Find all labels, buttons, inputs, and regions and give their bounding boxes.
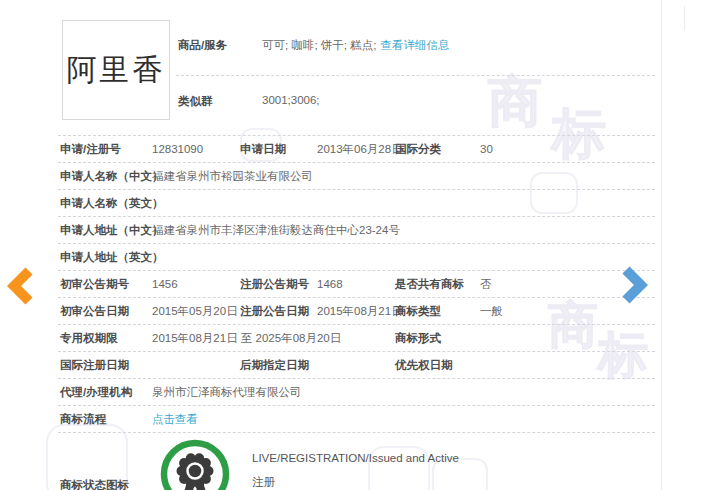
table-row: 申请人地址（英文） bbox=[58, 244, 655, 271]
field-label: 国际注册日期 bbox=[60, 352, 152, 378]
field-value: 2015年08月21日 bbox=[317, 298, 395, 324]
divider bbox=[176, 75, 655, 76]
field-label: 专用权期限 bbox=[60, 325, 152, 351]
field-value: 2013年06月28日 bbox=[317, 136, 395, 162]
field-label: 申请日期 bbox=[240, 136, 317, 162]
field-value: 泉州市汇泽商标代理有限公司 bbox=[152, 379, 655, 405]
chevron-right-icon bbox=[626, 270, 641, 300]
field-label: 申请人名称（英文） bbox=[60, 190, 152, 216]
field-value bbox=[317, 352, 395, 378]
trademark-image: 阿里香 bbox=[62, 20, 170, 120]
status-line-cn: 注册 bbox=[252, 470, 459, 490]
table-row: 申请人名称（英文） bbox=[58, 190, 655, 217]
field-value bbox=[152, 352, 240, 378]
field-label: 申请人名称（中文） bbox=[60, 163, 152, 189]
field-label: 代理/办理机构 bbox=[60, 379, 152, 405]
trademark-detail-panel: 阿里香 商品/服务 可可; 咖啡; 饼干; 糕点; 查看详细信息 类似群 300… bbox=[55, 0, 662, 490]
table-row: 申请人名称（中文） 福建省泉州市裕园茶业有限公司 bbox=[58, 163, 655, 190]
field-label: 申请/注册号 bbox=[60, 136, 152, 162]
field-value: 12831090 bbox=[152, 136, 240, 162]
next-page-button[interactable] bbox=[622, 266, 648, 304]
field-value: 1468 bbox=[317, 271, 395, 297]
view-details-link[interactable]: 查看详细信息 bbox=[380, 38, 449, 53]
field-value bbox=[472, 325, 655, 351]
field-value bbox=[152, 190, 655, 216]
prev-page-button[interactable] bbox=[7, 267, 33, 305]
field-value bbox=[472, 352, 655, 378]
field-value bbox=[152, 244, 655, 270]
similar-group-row: 类似群 3001;3006; bbox=[178, 94, 320, 109]
page-edge-line bbox=[684, 6, 685, 30]
field-label: 注册公告日期 bbox=[240, 298, 317, 324]
table-row: 申请人地址（中文） 福建省泉州市丰泽区津淮街毅达商住中心23-24号 bbox=[58, 217, 655, 244]
field-label: 是否共有商标 bbox=[395, 271, 472, 297]
field-label: 注册公告期号 bbox=[240, 271, 317, 297]
table-row: 初审公告日期 2015年05月20日 注册公告日期 2015年08月21日 商标… bbox=[58, 298, 655, 325]
field-label: 商标状态图标 bbox=[60, 478, 129, 490]
trademark-detail-page: 商 标 商 标 阿里香 商品/服务 可可; 咖啡; 饼干; 糕点; 查看详细信息… bbox=[0, 0, 711, 490]
field-label: 商标形式 bbox=[395, 325, 472, 351]
table-row: 申请/注册号 12831090 申请日期 2013年06月28日 国际分类 30 bbox=[58, 136, 655, 163]
status-line-en: LIVE/REGISTRATION/Issued and Active bbox=[252, 446, 459, 470]
field-label: 申请人地址（英文） bbox=[60, 244, 152, 270]
registration-award-badge-icon bbox=[160, 439, 230, 490]
field-value: 30 bbox=[472, 136, 655, 162]
table-row: 国际注册日期 后期指定日期 优先权日期 bbox=[58, 352, 655, 379]
field-label: 后期指定日期 bbox=[240, 352, 317, 378]
field-label: 商品/服务 bbox=[178, 38, 262, 53]
field-value: 福建省泉州市裕园茶业有限公司 bbox=[152, 163, 655, 189]
trademark-process-link[interactable]: 点击查看 bbox=[152, 413, 198, 425]
table-row: 代理/办理机构 泉州市汇泽商标代理有限公司 bbox=[58, 379, 655, 406]
field-label: 类似群 bbox=[178, 94, 262, 109]
field-label: 商标流程 bbox=[60, 406, 152, 432]
field-label: 申请人地址（中文） bbox=[60, 217, 152, 243]
trademark-name: 阿里香 bbox=[67, 50, 166, 91]
goods-services-row: 商品/服务 可可; 咖啡; 饼干; 糕点; 查看详细信息 bbox=[178, 38, 651, 53]
field-value: 可可; 咖啡; 饼干; 糕点; bbox=[262, 38, 376, 53]
field-value: 3001;3006; bbox=[262, 94, 320, 109]
table-row: 专用权期限 2015年08月21日 至 2025年08月20日 商标形式 bbox=[58, 325, 655, 352]
field-label: 优先权日期 bbox=[395, 352, 472, 378]
field-value: 福建省泉州市丰泽区津淮街毅达商住中心23-24号 bbox=[152, 217, 655, 243]
field-value: 1456 bbox=[152, 271, 240, 297]
table-row: 商标流程 点击查看 bbox=[58, 406, 655, 433]
field-label: 国际分类 bbox=[395, 136, 472, 162]
trademark-status-row: 商标状态图标 LIVE/REGISTRATION/Issued and Acti… bbox=[58, 433, 655, 490]
field-value: 2015年08月21日 至 2025年08月20日 bbox=[152, 325, 395, 351]
field-value: 2015年05月20日 bbox=[152, 298, 240, 324]
table-row: 初审公告期号 1456 注册公告期号 1468 是否共有商标 否 bbox=[58, 271, 655, 298]
field-label: 初审公告日期 bbox=[60, 298, 152, 324]
field-label: 商标类型 bbox=[395, 298, 472, 324]
status-text: LIVE/REGISTRATION/Issued and Active 注册 bbox=[252, 446, 459, 490]
field-label: 初审公告期号 bbox=[60, 271, 152, 297]
trademark-header: 阿里香 商品/服务 可可; 咖啡; 饼干; 糕点; 查看详细信息 类似群 300… bbox=[58, 0, 655, 136]
chevron-left-icon bbox=[14, 271, 29, 301]
